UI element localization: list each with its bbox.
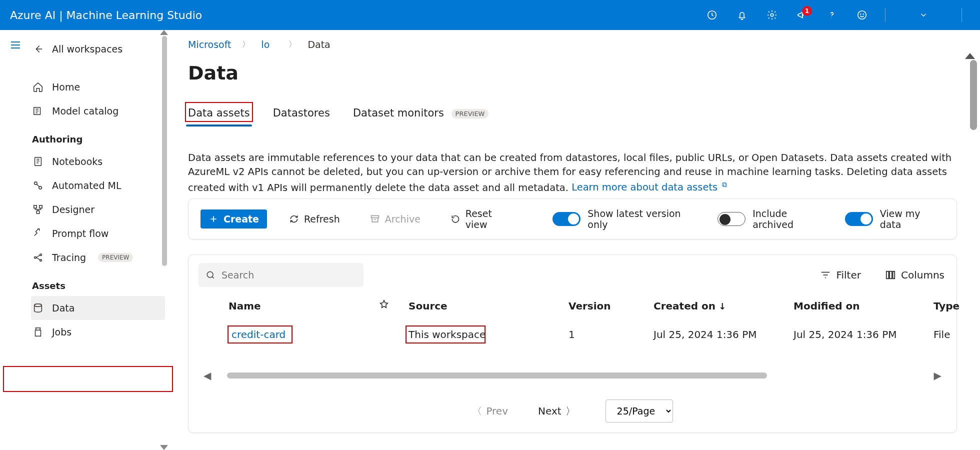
scroll-track[interactable] bbox=[217, 372, 928, 378]
sidebar-item-jobs[interactable]: Jobs bbox=[31, 320, 165, 344]
preview-badge: PREVIEW bbox=[98, 253, 133, 262]
svg-rect-12 bbox=[40, 206, 42, 208]
main-scroll-up[interactable] bbox=[965, 53, 975, 59]
sidebar-item-model-catalog[interactable]: Model catalog bbox=[31, 99, 165, 123]
next-page-button[interactable]: Next 〉 bbox=[538, 404, 576, 418]
sidebar-item-automated-ml[interactable]: Automated ML bbox=[31, 174, 165, 198]
reset-icon bbox=[450, 214, 460, 224]
svg-point-1 bbox=[770, 14, 774, 16]
svg-point-19 bbox=[207, 272, 213, 278]
svg-point-17 bbox=[34, 304, 42, 307]
svg-rect-11 bbox=[34, 206, 37, 208]
hamburger-menu-button[interactable] bbox=[6, 35, 26, 55]
columns-icon bbox=[885, 270, 896, 280]
account-picker[interactable] bbox=[898, 5, 948, 25]
col-modified-on[interactable]: Modified on bbox=[794, 300, 934, 312]
external-link-icon: ⧉ bbox=[720, 180, 726, 188]
pagination: 〈Prev Next 〉 25/Page bbox=[198, 400, 946, 422]
sidebar-item-prompt-flow[interactable]: Prompt flow bbox=[31, 222, 165, 246]
tab-label: Data assets bbox=[188, 107, 250, 119]
tab-dataset-monitors[interactable]: Dataset monitors PREVIEW bbox=[353, 104, 489, 126]
prompt-flow-icon bbox=[32, 228, 44, 240]
toggle-label: Show latest version only bbox=[588, 208, 704, 230]
sidebar-item-tracing[interactable]: Tracing PREVIEW bbox=[31, 246, 165, 270]
sidebar-item-label: Data bbox=[52, 302, 74, 314]
svg-point-5 bbox=[860, 14, 861, 14]
notebook-icon bbox=[32, 156, 44, 168]
col-name[interactable]: Name bbox=[228, 300, 378, 312]
col-star[interactable] bbox=[378, 299, 408, 312]
data-icon bbox=[32, 302, 44, 314]
cell-version: 1 bbox=[568, 328, 654, 340]
sidebar-item-all-workspaces[interactable]: All workspaces bbox=[31, 37, 165, 61]
chevron-right-icon: 〉 bbox=[566, 404, 576, 418]
sidebar-item-label: Notebooks bbox=[52, 156, 102, 167]
hamburger-column bbox=[0, 30, 31, 450]
table-row[interactable]: credit-card This workspace 1 Jul 25, 202… bbox=[198, 322, 946, 348]
archive-icon bbox=[370, 214, 380, 224]
reset-view-button[interactable]: Reset view bbox=[442, 204, 525, 234]
create-button[interactable]: Create bbox=[200, 210, 267, 228]
asset-name-link[interactable]: credit-card bbox=[228, 328, 288, 342]
description-text: Data assets are immutable references to … bbox=[188, 151, 957, 194]
filter-button[interactable]: Filter bbox=[818, 265, 863, 285]
tab-bar: Data assets Datastores Dataset monitors … bbox=[188, 104, 957, 126]
sidebar-item-designer[interactable]: Designer bbox=[31, 198, 165, 222]
search-box[interactable] bbox=[198, 263, 364, 287]
breadcrumb-current: Data bbox=[308, 39, 330, 50]
col-type[interactable]: Type bbox=[934, 300, 980, 312]
tab-data-assets[interactable]: Data assets bbox=[188, 104, 250, 126]
button-label: Columns bbox=[901, 269, 944, 281]
search-icon bbox=[206, 270, 216, 280]
topbar-divider-2 bbox=[962, 8, 962, 22]
gear-icon[interactable] bbox=[762, 5, 782, 25]
horizontal-scrollbar: ◀ ▶ bbox=[198, 370, 946, 382]
sidebar-section-assets: Assets bbox=[31, 270, 165, 296]
sidebar-item-label: Tracing bbox=[52, 252, 86, 263]
cell-source: This workspace bbox=[408, 328, 486, 340]
breadcrumb-root[interactable]: Microsoft bbox=[188, 39, 231, 50]
cell-modified-on: Jul 25, 2024 1:36 PM bbox=[794, 328, 934, 340]
tab-datastores[interactable]: Datastores bbox=[273, 104, 330, 126]
svg-point-3 bbox=[832, 17, 832, 18]
button-label: Refresh bbox=[304, 214, 340, 224]
main-scrollbar[interactable] bbox=[970, 60, 977, 130]
svg-rect-13 bbox=[36, 211, 40, 214]
sidebar-item-home[interactable]: Home bbox=[31, 75, 165, 99]
svg-rect-18 bbox=[371, 216, 378, 218]
feedback-smile-icon[interactable] bbox=[852, 5, 872, 25]
toggle-include-archived[interactable] bbox=[718, 212, 746, 226]
archive-button[interactable]: Archive bbox=[362, 210, 428, 228]
megaphone-icon[interactable]: 1 bbox=[792, 5, 812, 25]
toggle-view-my-data[interactable] bbox=[845, 212, 873, 226]
sidebar-item-label: Designer bbox=[52, 204, 94, 215]
scroll-right-button[interactable]: ▶ bbox=[934, 370, 942, 382]
toggle-show-latest[interactable] bbox=[552, 212, 580, 226]
svg-point-15 bbox=[40, 254, 42, 256]
cell-created-on: Jul 25, 2024 1:36 PM bbox=[654, 328, 794, 340]
columns-button[interactable]: Columns bbox=[883, 265, 946, 285]
breadcrumb-workspace[interactable]: lo bbox=[261, 39, 270, 50]
col-version[interactable]: Version bbox=[568, 300, 654, 312]
scroll-left-button[interactable]: ◀ bbox=[204, 370, 211, 382]
scroll-thumb[interactable] bbox=[227, 372, 767, 378]
sidebar-item-label: Prompt flow bbox=[52, 228, 108, 239]
col-created-on[interactable]: Created on↓ bbox=[654, 300, 794, 312]
bell-icon[interactable] bbox=[732, 5, 752, 25]
clock-icon[interactable] bbox=[702, 5, 722, 25]
designer-icon bbox=[32, 204, 44, 216]
sidebar-item-label: Automated ML bbox=[52, 180, 121, 191]
refresh-button[interactable]: Refresh bbox=[281, 210, 348, 228]
cell-type: File bbox=[934, 328, 980, 340]
page-size-select[interactable]: 25/Page bbox=[606, 400, 673, 422]
arrow-left-icon bbox=[32, 43, 44, 55]
svg-point-14 bbox=[34, 256, 36, 258]
prev-page-button[interactable]: 〈Prev bbox=[472, 404, 508, 418]
help-icon[interactable] bbox=[822, 5, 842, 25]
col-source[interactable]: Source bbox=[408, 300, 568, 312]
search-input[interactable] bbox=[222, 270, 356, 280]
sidebar-item-data[interactable]: Data bbox=[31, 296, 165, 320]
svg-point-4 bbox=[858, 11, 866, 20]
sidebar-item-notebooks[interactable]: Notebooks bbox=[31, 150, 165, 174]
learn-more-link[interactable]: Learn more about data assets ⧉ bbox=[572, 182, 727, 193]
